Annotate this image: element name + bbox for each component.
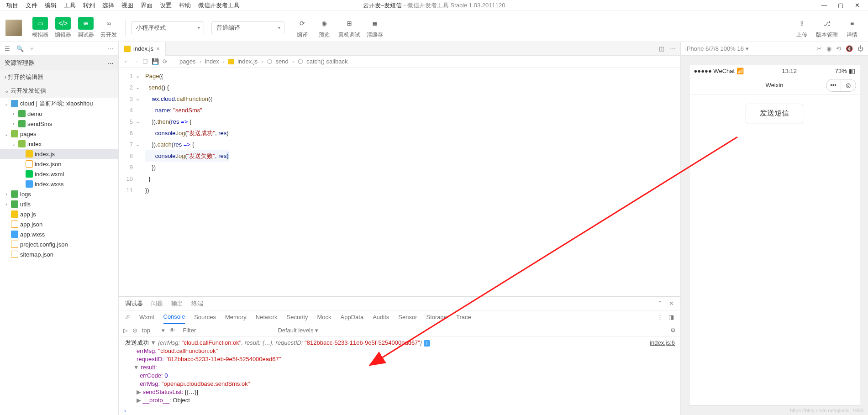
menu-界面[interactable]: 界面 xyxy=(137,1,156,10)
target-icon[interactable]: ◎ xyxy=(841,79,856,91)
filter-input[interactable] xyxy=(180,326,271,336)
version-button[interactable]: ⎇版本管理 xyxy=(813,17,841,39)
devtools-tab-mock[interactable]: Mock xyxy=(317,314,331,320)
arrow-left-icon[interactable]: ← xyxy=(123,58,129,65)
open-editors-header[interactable]: › 打开的编辑器 xyxy=(0,70,118,84)
split-icon[interactable]: ◫ xyxy=(659,45,664,52)
tree-node[interactable]: ›logs xyxy=(0,189,118,199)
menu-微信开发者工具[interactable]: 微信开发者工具 xyxy=(195,1,243,10)
tree-node[interactable]: ›sendSms xyxy=(0,119,118,129)
tree-node[interactable]: ⌄index xyxy=(0,139,118,149)
devtools-tab-audits[interactable]: Audits xyxy=(373,314,389,320)
close-tab-icon[interactable]: × xyxy=(156,45,160,52)
capsule[interactable]: ••• ◎ xyxy=(826,79,856,92)
tree-node[interactable]: project.config.json xyxy=(0,239,118,249)
tree-node[interactable]: ›utils xyxy=(0,199,118,209)
close-sim-icon[interactable]: ⏻ xyxy=(857,45,863,52)
console-prompt[interactable]: › xyxy=(119,406,680,415)
debugger-button[interactable]: ≋调试器 xyxy=(75,17,97,39)
tree-node[interactable]: index.wxss xyxy=(0,179,118,189)
devtools-tab-trace[interactable]: Trace xyxy=(456,314,471,320)
tree-node[interactable]: index.wxml xyxy=(0,169,118,179)
source-link[interactable]: index.js:6 xyxy=(650,339,675,347)
devtools-tab-appdata[interactable]: AppData xyxy=(341,314,364,320)
rotate-icon[interactable]: ⟲ xyxy=(836,45,841,52)
devtools-tab-sources[interactable]: Sources xyxy=(194,314,216,320)
devtools-tab-storage[interactable]: Storage xyxy=(426,314,447,320)
compile-button[interactable]: ⟳编译 xyxy=(292,17,313,39)
panel-tab[interactable]: 调试器 xyxy=(125,299,143,308)
devtools-tab-network[interactable]: Network xyxy=(256,314,278,320)
detail-button[interactable]: ≡详情 xyxy=(842,17,863,39)
devtools-tab-console[interactable]: Console xyxy=(163,310,185,324)
kebab-icon[interactable]: ⋮ xyxy=(657,314,663,320)
list-icon[interactable]: ☰ xyxy=(5,45,10,52)
project-header[interactable]: ⌄ 云开发发短信 xyxy=(0,84,118,98)
tree-node[interactable]: sitemap.json xyxy=(0,249,118,259)
editor-button[interactable]: </>编辑器 xyxy=(52,17,74,39)
more-icon[interactable]: ⋯ xyxy=(108,45,114,52)
minimize-icon[interactable]: — xyxy=(821,2,828,9)
dock-icon[interactable]: ◨ xyxy=(668,314,674,320)
avatar[interactable] xyxy=(5,20,22,36)
upload-button[interactable]: ⇪上传 xyxy=(791,17,812,39)
menu-编辑[interactable]: 编辑 xyxy=(41,1,60,10)
breadcrumb[interactable]: ← → ☐ 💾 ⟳ pages› index› index.js› ⬡send›… xyxy=(119,56,680,68)
scope-select[interactable]: top ▾ xyxy=(142,327,165,334)
panel-tab[interactable]: 问题 xyxy=(151,299,163,308)
device-select[interactable]: iPhone 6/7/8 100% 16 ▾ xyxy=(685,45,749,52)
simulator-button[interactable]: ▭模拟器 xyxy=(29,17,51,39)
remote-debug-button[interactable]: ⊞真机调试 xyxy=(336,17,363,39)
menu-工具[interactable]: 工具 xyxy=(60,1,79,10)
preview-button[interactable]: ◉预览 xyxy=(314,17,335,39)
collapse-icon[interactable]: ⌃ xyxy=(658,300,663,307)
tab-index-js[interactable]: index.js × xyxy=(119,42,166,56)
panel-tab[interactable]: 终端 xyxy=(191,299,203,308)
clear-icon[interactable]: ⊘ xyxy=(132,327,137,334)
mode-select[interactable]: 小程序模式 xyxy=(131,21,204,34)
close-panel-icon[interactable]: ✕ xyxy=(669,300,674,307)
tree-node[interactable]: app.json xyxy=(0,219,118,229)
send-sms-button[interactable]: 发送短信 xyxy=(746,104,803,123)
tree-node[interactable]: app.js xyxy=(0,209,118,219)
compile-select[interactable]: 普通编译 xyxy=(211,21,284,34)
tree-node[interactable]: index.json xyxy=(0,159,118,169)
save-icon[interactable]: 💾 xyxy=(152,58,159,65)
tree-node[interactable]: ⌄pages xyxy=(0,129,118,139)
branch-icon[interactable]: ⑂ xyxy=(30,45,34,52)
play-icon[interactable]: ▷ xyxy=(123,327,128,334)
devtools-tab-sensor[interactable]: Sensor xyxy=(398,314,417,320)
tree-node[interactable]: ›demo xyxy=(0,109,118,119)
eye-icon[interactable]: 👁 xyxy=(169,327,175,334)
tree-node[interactable]: index.js xyxy=(0,149,118,159)
cut-icon[interactable]: ✂ xyxy=(817,45,822,52)
menu-dots-icon[interactable]: ••• xyxy=(826,79,841,91)
mute-icon[interactable]: 🔇 xyxy=(846,45,853,52)
devtools-tab-security[interactable]: Security xyxy=(287,314,308,320)
levels-select[interactable]: Default levels ▾ xyxy=(278,327,318,334)
arrow-right-icon[interactable]: → xyxy=(133,58,139,65)
search-icon[interactable]: 🔍 xyxy=(16,45,24,52)
menu-设置[interactable]: 设置 xyxy=(156,1,175,10)
tree-node[interactable]: ⌄cloud | 当前环境: xiaoshitou xyxy=(0,99,118,109)
menu-项目[interactable]: 项目 xyxy=(3,1,22,10)
cloud-button[interactable]: ∞云开发 xyxy=(98,17,120,39)
devtools-tab-memory[interactable]: Memory xyxy=(225,314,247,320)
tree-node[interactable]: app.wxss xyxy=(0,229,118,239)
gear-icon[interactable]: ⚙ xyxy=(670,327,676,334)
record-icon[interactable]: ◉ xyxy=(826,45,831,52)
refresh-icon[interactable]: ⟳ xyxy=(163,58,168,65)
clear-cache-button[interactable]: ≣清缓存 xyxy=(364,17,386,39)
inspect-icon[interactable]: ⬀ xyxy=(125,314,130,320)
menu-帮助[interactable]: 帮助 xyxy=(175,1,195,10)
panel-tab[interactable]: 输出 xyxy=(171,299,183,308)
close-icon[interactable]: ✕ xyxy=(853,2,861,9)
bookmark-icon[interactable]: ☐ xyxy=(142,58,148,65)
menu-选择[interactable]: 选择 xyxy=(99,1,118,10)
menu-文件[interactable]: 文件 xyxy=(22,1,41,10)
menu-转到[interactable]: 转到 xyxy=(79,1,99,10)
code-editor[interactable]: 1⌄2⌄3⌄ 4⌄5⌄6⌄ 7⌄8⌄9⌄ 10⌄11⌄ Page({ send(… xyxy=(119,68,680,296)
menu-视图[interactable]: 视图 xyxy=(118,1,137,10)
more-icon[interactable]: ⋯ xyxy=(108,60,114,67)
maximize-icon[interactable]: ▢ xyxy=(837,2,844,9)
